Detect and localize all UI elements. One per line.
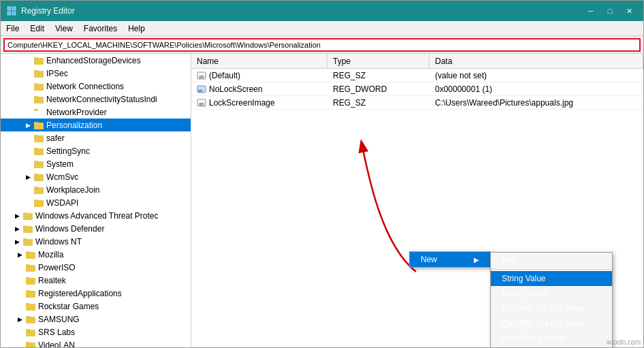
- tree-arrow: ▶: [12, 210, 22, 221]
- folder-icon: [22, 223, 33, 234]
- submenu-item-stringvalue[interactable]: String Value: [491, 271, 612, 286]
- folder-icon: [25, 327, 36, 338]
- window-title: Registry Editor: [21, 6, 582, 16]
- tree-item-samsung[interactable]: ▶ SAMSUNG: [1, 313, 191, 326]
- tree-arrow: [22, 81, 33, 92]
- tree-item-regapps[interactable]: RegisteredApplications: [1, 287, 191, 300]
- tree-item-wcmsvc[interactable]: ▶ WcmSvc: [1, 170, 191, 183]
- svg-text:ab: ab: [198, 89, 203, 93]
- submenu-item-key[interactable]: Key: [491, 253, 612, 268]
- folder-icon: [33, 197, 44, 208]
- tree-item-netconn[interactable]: Network Connections: [1, 80, 191, 93]
- tree-item-safer[interactable]: safer: [1, 131, 191, 144]
- tree-item-enhancedstorage[interactable]: EnhancedStorageDevices: [1, 54, 191, 67]
- folder-icon: [25, 301, 36, 312]
- folder-icon: [33, 185, 44, 195]
- ab-icon: ab: [197, 71, 206, 80]
- folder-icon: [33, 107, 44, 118]
- svg-text:ab: ab: [199, 101, 204, 106]
- tree-item-rockstar[interactable]: Rockstar Games: [1, 300, 191, 313]
- menu-file[interactable]: File: [1, 21, 25, 35]
- context-menu: New ▶ Key String Value B: [409, 251, 491, 268]
- submenu-divider: [491, 269, 612, 270]
- tree-label: WcmSvc: [46, 172, 78, 182]
- tree-label: SettingSync: [46, 146, 90, 156]
- tree-item-system[interactable]: System: [1, 157, 191, 170]
- tree-arrow: [22, 107, 33, 118]
- tree-item-windefender[interactable]: ▶ Windows Defender: [1, 222, 191, 235]
- svg-rect-15: [34, 122, 38, 124]
- tree-item-netprovider[interactable]: NetworkProvider: [1, 106, 191, 118]
- tree-panel: EnhancedStorageDevices IPSec Network Con…: [1, 54, 191, 347]
- tree-arrow: [22, 197, 33, 208]
- svg-rect-0: [7, 7, 11, 10]
- submenu-item-multistring[interactable]: Multi-String Value: [491, 331, 612, 346]
- registry-row-nolockscreen[interactable]: ab NoLockScreen REG_DWORD 0x00000001 (1): [191, 82, 643, 96]
- tree-item-netconnstatus[interactable]: NetworkConnectivityStatusIndi: [1, 93, 191, 106]
- submenu-item-binaryvalue[interactable]: Binary Value: [491, 286, 612, 301]
- folder-icon: [25, 340, 36, 348]
- tree-label: IPSec: [46, 69, 68, 78]
- folder-icon: [22, 236, 33, 247]
- svg-rect-21: [34, 161, 38, 163]
- tree-arrow: ▶: [14, 249, 25, 260]
- tree-label: Personalization: [46, 121, 102, 130]
- svg-rect-35: [26, 251, 30, 253]
- submenu: Key String Value Binary Value DWORD (32-…: [490, 252, 613, 347]
- address-bar: [1, 36, 643, 54]
- main-content: EnhancedStorageDevices IPSec Network Con…: [1, 54, 643, 347]
- tree-item-winathreat[interactable]: ▶ Windows Advanced Threat Protec: [1, 209, 191, 222]
- tree-label: EnhancedStorageDevices: [46, 56, 141, 65]
- tree-arrow: [22, 146, 33, 157]
- tree-arrow: [14, 327, 25, 338]
- svg-rect-2: [7, 12, 11, 15]
- folder-icon: [33, 120, 44, 131]
- svg-rect-47: [26, 329, 30, 331]
- tree-arrow: ▶: [22, 172, 33, 183]
- tree-item-settingsync[interactable]: SettingSync: [1, 144, 191, 157]
- svg-rect-5: [34, 57, 38, 59]
- context-menu-new[interactable]: New ▶ Key String Value B: [410, 252, 490, 267]
- tree-item-realtek[interactable]: Realtek: [1, 274, 191, 287]
- tree-label: WorkplaceJoin: [46, 185, 99, 195]
- tree-item-winnt[interactable]: ▶ Windows NT: [1, 235, 191, 248]
- menu-view[interactable]: View: [50, 21, 78, 35]
- submenu-item-qword[interactable]: QWORD (64-bit) Value: [491, 316, 612, 331]
- tree-arrow: ▶: [12, 223, 22, 234]
- svg-rect-41: [26, 290, 30, 292]
- menu-edit[interactable]: Edit: [25, 21, 50, 35]
- tree-item-workplacejoin[interactable]: WorkplaceJoin: [1, 183, 191, 196]
- tree-item-srslabs[interactable]: SRS Labs: [1, 326, 191, 338]
- tree-item-wsdapi[interactable]: WSDAPI: [1, 196, 191, 209]
- cell-data: (value not set): [430, 71, 643, 80]
- submenu-item-dword[interactable]: DWORD (32-bit) Value: [491, 301, 612, 316]
- svg-rect-9: [34, 83, 38, 85]
- cell-data: 0x00000001 (1): [430, 84, 643, 94]
- maximize-button[interactable]: □: [601, 4, 619, 18]
- minimize-button[interactable]: ─: [582, 4, 600, 18]
- tree-item-mozilla[interactable]: ▶ Mozilla: [1, 248, 191, 261]
- registry-row-default[interactable]: ab (Default) REG_SZ (value not set): [191, 69, 643, 82]
- tree-item-ipsec[interactable]: IPSec: [1, 67, 191, 80]
- col-type: Type: [327, 54, 430, 68]
- tree-item-videolan[interactable]: VideoLAN: [1, 338, 191, 347]
- column-headers: Name Type Data: [191, 54, 643, 69]
- svg-rect-23: [34, 174, 38, 176]
- tree-item-personalization[interactable]: ▶ Personalization: [1, 118, 191, 131]
- col-data: Data: [430, 54, 643, 68]
- close-button[interactable]: ✕: [620, 4, 638, 18]
- col-name: Name: [191, 54, 327, 68]
- menu-favorites[interactable]: Favorites: [78, 21, 123, 35]
- svg-rect-13: [34, 109, 38, 111]
- submenu-item-expandable[interactable]: Expandable String Value: [491, 346, 612, 347]
- tree-label: safer: [46, 133, 65, 143]
- tree-label: System: [46, 159, 74, 169]
- svg-rect-29: [23, 212, 27, 215]
- tree-item-poweriso[interactable]: PowerISO: [1, 261, 191, 274]
- address-input[interactable]: [3, 38, 641, 52]
- window-controls: ─ □ ✕: [582, 4, 638, 18]
- registry-row-lockscreenimage[interactable]: ab LockScreenImage REG_SZ C:\Users\Waree…: [191, 96, 643, 110]
- folder-icon: [25, 275, 36, 286]
- menu-help[interactable]: Help: [123, 21, 150, 35]
- tree-arrow: [22, 159, 33, 170]
